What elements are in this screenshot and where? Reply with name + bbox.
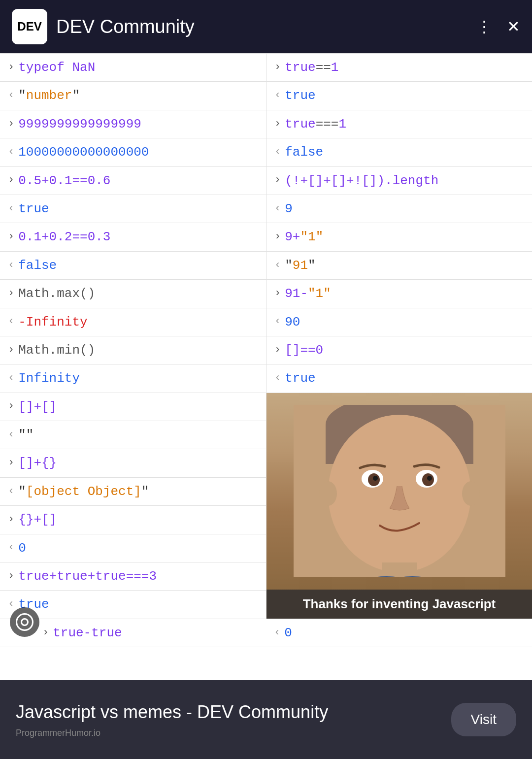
input-arrow: › [8, 343, 14, 358]
output-arrow: ‹ [8, 597, 14, 612]
code-result: false [285, 143, 323, 161]
code-result: "number" [18, 87, 80, 104]
code-result: "[object Object]" [18, 483, 149, 500]
code-expression: 0.5+0.1==0.6 [18, 172, 110, 190]
code-result: true [285, 87, 315, 104]
code-expression: true+true+true===3 [18, 567, 157, 585]
code-result: "91" [285, 257, 315, 274]
code-result: true [285, 369, 315, 387]
table-row: ‹ false [0, 252, 266, 280]
code-expression: Math.max() [18, 285, 95, 302]
output-arrow: ‹ [274, 258, 281, 273]
table-row: ‹ true [0, 195, 266, 223]
code-expression: 91-"1" [285, 285, 331, 302]
footer: Javascript vs memes - DEV Community Prog… [0, 680, 532, 759]
code-result: -Infinity [18, 313, 87, 331]
table-row: ‹ false [266, 138, 532, 166]
input-arrow: › [274, 343, 281, 358]
code-expression: (!+[]+[]+![]).length [285, 172, 438, 190]
input-arrow: › [8, 512, 14, 528]
svg-point-11 [462, 481, 480, 506]
dev-logo: DEV [12, 9, 47, 44]
table-row: › true===1 [266, 110, 532, 138]
table-row: › []==0 [266, 336, 532, 364]
table-row: › 9+"1" [266, 223, 532, 251]
output-arrow: ‹ [274, 314, 281, 330]
table-row: ‹ "" [0, 421, 266, 449]
input-arrow: › [8, 173, 14, 188]
output-arrow: ‹ [274, 88, 281, 103]
code-expression: []+{} [18, 454, 57, 472]
input-arrow: › [8, 569, 14, 584]
code-expression: true-true [53, 624, 122, 642]
output-arrow: ‹ [274, 371, 281, 386]
code-result: true [18, 200, 49, 218]
header-icons: ⋮ ✕ [476, 17, 520, 36]
code-result: "" [18, 426, 33, 444]
footer-source: ProgrammerHumor.io [16, 728, 439, 738]
menu-icon[interactable]: ⋮ [476, 17, 492, 36]
table-row: ‹ "number" [0, 82, 266, 110]
table-row: › Math.max() [0, 280, 266, 308]
table-row: › {}+[] [0, 506, 266, 534]
capture-icon[interactable] [10, 607, 39, 637]
svg-point-10 [319, 481, 337, 506]
table-row: › 9999999999999999 [0, 110, 266, 138]
output-arrow: ‹ [274, 201, 281, 217]
meme-image-cell: MSB17 Thanks for inventing Javascript [266, 393, 532, 619]
code-expression: Math.min() [18, 341, 95, 359]
face-svg: MSB17 [294, 405, 505, 577]
output-arrow: ‹ [8, 484, 14, 499]
footer-title: Javascript vs memes - DEV Community [16, 701, 439, 724]
svg-point-9 [427, 476, 432, 481]
input-arrow: › [8, 286, 14, 301]
output-arrow: ‹ [274, 626, 280, 641]
input-arrow: › [8, 60, 14, 75]
close-icon[interactable]: ✕ [507, 17, 520, 36]
input-arrow: › [274, 117, 281, 132]
table-row: ‹ true [266, 82, 532, 110]
visit-button[interactable]: Visit [451, 703, 516, 736]
table-row: › 91-"1" [266, 280, 532, 308]
output-arrow: ‹ [8, 371, 14, 386]
code-grid: › typeof NaN › true==1 ‹ "number" ‹ true… [0, 53, 532, 647]
table-row: › true+true+true===3 [0, 562, 266, 591]
output-arrow: ‹ [8, 145, 14, 160]
code-expression: true==1 [285, 59, 338, 76]
code-result: 9 [285, 200, 293, 218]
input-arrow: › [42, 626, 49, 641]
table-row: ‹ 10000000000000000 [0, 138, 266, 166]
output-arrow: ‹ [8, 428, 14, 443]
table-row: ‹ -Infinity [0, 308, 266, 336]
svg-rect-12 [382, 562, 417, 577]
code-result: 0 [18, 539, 26, 557]
header: DEV DEV Community ⋮ ✕ [0, 0, 532, 53]
input-arrow: › [274, 60, 281, 75]
output-arrow: ‹ [8, 88, 14, 103]
table-row: › []+{} [0, 449, 266, 477]
table-row: ‹ "[object Object]" [0, 478, 266, 506]
capture-dot [21, 618, 29, 626]
output-arrow: ‹ [274, 145, 281, 160]
meme-caption: Thanks for inventing Javascript [266, 590, 532, 619]
table-row: ‹ "91" [266, 252, 532, 280]
output-arrow: ‹ [8, 314, 14, 330]
code-result: Infinity [18, 369, 80, 387]
content-area: › typeof NaN › true==1 ‹ "number" ‹ true… [0, 53, 532, 680]
output-arrow: ‹ [8, 258, 14, 273]
code-expression: typeof NaN [18, 59, 95, 76]
code-result: 90 [285, 313, 300, 331]
input-arrow: › [274, 173, 281, 188]
code-expression: true===1 [285, 115, 346, 133]
table-row: ‹ true [266, 364, 532, 393]
table-row: › true==1 [266, 54, 532, 82]
footer-left: Javascript vs memes - DEV Community Prog… [16, 701, 439, 738]
code-result: false [18, 257, 57, 274]
meme-container: MSB17 Thanks for inventing Javascript [266, 393, 532, 619]
code-expression: []==0 [285, 341, 323, 359]
output-arrow: ‹ [8, 540, 14, 556]
table-row: › Math.min() [0, 336, 266, 364]
table-row: › true-true [0, 619, 266, 647]
table-row: ‹ Infinity [0, 364, 266, 393]
code-expression: 0.1+0.2==0.3 [18, 228, 110, 246]
